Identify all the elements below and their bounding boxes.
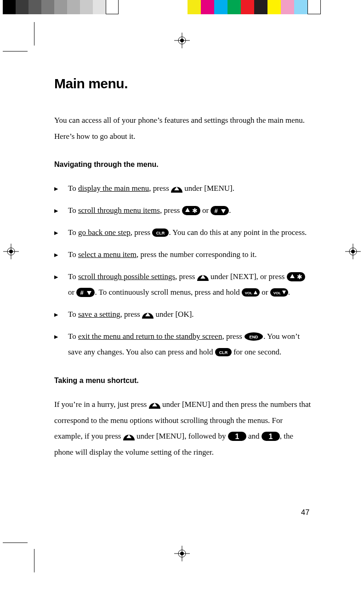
svg-point-11 bbox=[9, 250, 13, 253]
swatch bbox=[80, 0, 93, 14]
text: and bbox=[246, 432, 262, 440]
swatch bbox=[201, 0, 214, 14]
svg-rect-24 bbox=[76, 288, 95, 297]
action-phrase: save a setting bbox=[78, 310, 120, 319]
page-number: 47 bbox=[301, 508, 309, 517]
section-heading: Taking a menu shortcut. bbox=[54, 377, 312, 385]
page-title: Main menu. bbox=[54, 76, 312, 91]
swatch bbox=[28, 0, 41, 14]
text: for one second. bbox=[232, 348, 282, 356]
vol-up-key-icon: VOL bbox=[242, 288, 260, 297]
swatch bbox=[294, 0, 307, 14]
svg-text:✱: ✱ bbox=[192, 207, 198, 214]
action-phrase: scroll through menu items bbox=[78, 206, 160, 215]
section-heading: Navigating through the menu. bbox=[54, 160, 312, 169]
text: , press the number corresponding to it. bbox=[136, 250, 257, 259]
svg-text:1: 1 bbox=[268, 433, 273, 440]
text: . bbox=[229, 206, 231, 215]
text: or bbox=[260, 288, 270, 297]
svg-text:VOL: VOL bbox=[273, 291, 281, 295]
text: under [NEXT], or press bbox=[209, 272, 287, 281]
soft-key-icon bbox=[197, 273, 209, 281]
svg-point-15 bbox=[351, 250, 355, 253]
list-item: To select a menu item, press the number … bbox=[54, 247, 312, 263]
text: , press bbox=[222, 332, 244, 341]
page-content: Main menu. You can access all of your ph… bbox=[54, 76, 312, 461]
swatch bbox=[214, 0, 228, 14]
text: , press bbox=[160, 206, 182, 215]
digit-1-key-icon: 1 bbox=[262, 432, 280, 441]
swatch bbox=[106, 0, 119, 14]
swatch bbox=[41, 0, 54, 14]
text: under [MENU]. bbox=[182, 184, 234, 193]
list-item: To display the main menu, press under [M… bbox=[54, 181, 312, 196]
svg-text:✱: ✱ bbox=[297, 273, 302, 280]
action-phrase: exit the menu and return to the standby … bbox=[78, 332, 222, 341]
text: or bbox=[200, 206, 211, 215]
text: To bbox=[68, 206, 78, 215]
text: To bbox=[68, 228, 78, 237]
text: . To continuously scroll menus, press an… bbox=[95, 288, 242, 297]
svg-rect-16 bbox=[182, 206, 200, 215]
svg-rect-18 bbox=[210, 206, 229, 215]
instruction-list: To display the main menu, press under [M… bbox=[54, 181, 312, 360]
grayscale-swatches bbox=[3, 0, 119, 14]
registration-mark-icon bbox=[174, 33, 190, 48]
swatch bbox=[67, 0, 80, 14]
svg-rect-22 bbox=[287, 272, 305, 281]
crop-mark bbox=[3, 51, 28, 51]
swatch bbox=[54, 0, 67, 14]
text: If you’re in a hurry, just press bbox=[54, 400, 149, 409]
soft-key-icon bbox=[142, 310, 154, 319]
svg-text:CLR: CLR bbox=[156, 230, 165, 235]
list-item: To exit the menu and return to the stand… bbox=[54, 329, 312, 360]
list-item: To go back one step, press CLR. You can … bbox=[54, 225, 312, 240]
list-item: To scroll through menu items, press ✱ or… bbox=[54, 203, 312, 218]
registration-mark-icon bbox=[174, 546, 190, 561]
swatch bbox=[267, 0, 281, 14]
nav-up-key-icon: ✱ bbox=[287, 272, 305, 281]
nav-down-key-icon: # bbox=[210, 206, 229, 215]
color-swatches bbox=[188, 0, 321, 14]
text: To bbox=[68, 332, 78, 341]
shortcut-paragraph: If you’re in a hurry, just press under [… bbox=[54, 397, 312, 461]
text: To bbox=[68, 310, 78, 319]
swatch bbox=[241, 0, 254, 14]
nav-up-key-icon: ✱ bbox=[182, 206, 200, 215]
registration-mark-icon bbox=[3, 244, 19, 259]
action-phrase: select a menu item bbox=[78, 250, 136, 259]
vol-down-key-icon: VOL bbox=[270, 288, 288, 297]
soft-key-icon bbox=[171, 184, 182, 193]
action-phrase: go back one step bbox=[78, 228, 131, 237]
svg-text:CLR: CLR bbox=[219, 350, 228, 354]
crop-mark bbox=[34, 549, 34, 572]
svg-text:#: # bbox=[215, 207, 218, 214]
soft-key-icon bbox=[149, 400, 160, 409]
text: or bbox=[68, 288, 76, 297]
text: To bbox=[68, 250, 78, 259]
swatch bbox=[16, 0, 28, 14]
text: To bbox=[68, 272, 78, 281]
svg-text:END: END bbox=[250, 334, 259, 339]
digit-1-key-icon: 1 bbox=[228, 432, 246, 441]
crop-mark bbox=[34, 22, 34, 46]
clr-key-icon: CLR bbox=[215, 348, 232, 356]
list-item: To scroll through possible settings, pre… bbox=[54, 269, 312, 300]
text: . bbox=[288, 288, 290, 297]
action-phrase: display the main menu bbox=[78, 184, 149, 193]
swatch bbox=[228, 0, 241, 14]
swatch bbox=[254, 0, 267, 14]
svg-point-3 bbox=[180, 39, 184, 42]
text: , press bbox=[175, 272, 197, 281]
swatch bbox=[307, 0, 321, 14]
end-key-icon: END bbox=[244, 332, 263, 341]
clr-key-icon: CLR bbox=[152, 228, 169, 237]
action-phrase: scroll through possible settings bbox=[78, 272, 175, 281]
registration-mark-icon bbox=[345, 244, 361, 259]
svg-text:1: 1 bbox=[235, 433, 239, 440]
text: , press bbox=[120, 310, 142, 319]
svg-point-7 bbox=[180, 552, 184, 555]
swatch bbox=[188, 0, 201, 14]
svg-text:VOL: VOL bbox=[245, 291, 253, 295]
text: To bbox=[68, 184, 78, 193]
